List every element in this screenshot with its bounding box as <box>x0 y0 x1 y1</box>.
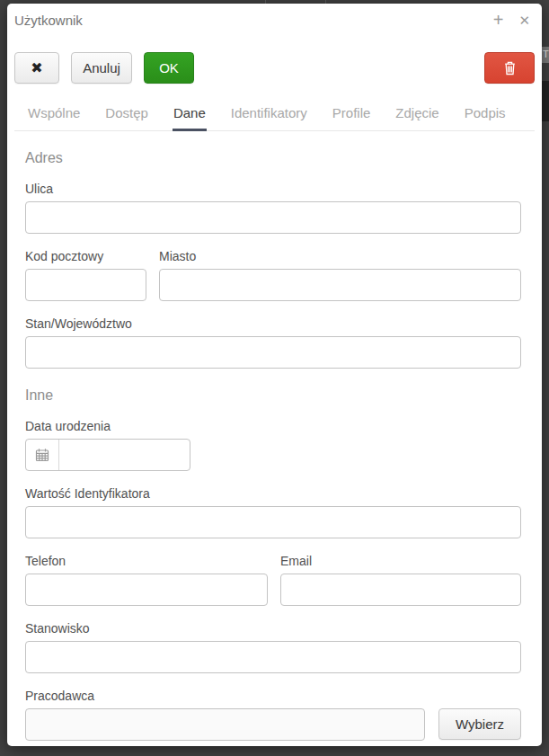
tab-podpis[interactable]: Podpis <box>464 101 507 131</box>
tab-profile[interactable]: Profile <box>332 101 372 131</box>
pracodawca-field: Wybierz <box>25 708 521 741</box>
trash-icon <box>503 60 517 76</box>
miasto-label: Miasto <box>159 249 521 263</box>
close-button[interactable]: ✖ <box>14 52 59 84</box>
user-dialog: Użytkownik + ✕ ✖ Anuluj OK Wspólne Dostę… <box>7 4 542 746</box>
window-controls: + ✕ <box>493 11 530 29</box>
pracodawca-label: Pracodawca <box>25 689 521 703</box>
window-maximize-icon[interactable]: + <box>493 11 504 29</box>
tab-zdjecie[interactable]: Zdjęcie <box>394 101 439 131</box>
backdrop-dark-block <box>542 81 549 121</box>
wartosc-identyfikatora-label: Wartość Identyfikatora <box>25 486 521 501</box>
calendar-icon[interactable] <box>26 440 59 470</box>
delete-button[interactable] <box>484 52 535 84</box>
kod-pocztowy-input[interactable] <box>25 269 146 301</box>
section-heading-adres: Adres <box>25 150 521 166</box>
ulica-input[interactable] <box>25 201 521 234</box>
dialog-header: Użytkownik + ✕ <box>7 4 542 40</box>
kod-pocztowy-label: Kod pocztowy <box>25 249 146 263</box>
data-urodzenia-input[interactable] <box>59 440 190 470</box>
dialog-title: Użytkownik <box>14 13 83 28</box>
tab-identifikatory[interactable]: Identifikatory <box>230 101 308 131</box>
miasto-input[interactable] <box>159 269 521 301</box>
wybierz-button[interactable]: Wybierz <box>438 708 521 740</box>
data-urodzenia-field <box>25 439 190 471</box>
stan-label: Stan/Województwo <box>25 316 521 331</box>
tab-wspolne[interactable]: Wspólne <box>27 101 81 131</box>
stan-input[interactable] <box>25 336 521 369</box>
tab-bar: Wspólne Dostęp Dane Identifikatory Profi… <box>14 101 535 131</box>
section-heading-inne: Inne <box>25 387 521 404</box>
ok-button[interactable]: OK <box>144 52 194 84</box>
stanowisko-label: Stanowisko <box>25 621 521 636</box>
tab-dane[interactable]: Dane <box>173 101 207 131</box>
ulica-label: Ulica <box>25 182 521 196</box>
telefon-input[interactable] <box>25 574 268 606</box>
email-input[interactable] <box>280 574 521 606</box>
dialog-toolbar: ✖ Anuluj OK <box>14 52 535 84</box>
email-label: Email <box>280 554 521 568</box>
stanowisko-input[interactable] <box>25 641 521 673</box>
wartosc-identyfikatora-input[interactable] <box>25 506 521 538</box>
cancel-button[interactable]: Anuluj <box>71 52 132 84</box>
backdrop-fragment-text: T <box>542 47 549 63</box>
telefon-label: Telefon <box>25 554 268 568</box>
window-close-icon[interactable]: ✕ <box>518 13 530 27</box>
form-content: Adres Ulica Kod pocztowy Miasto Stan/Woj… <box>7 150 542 741</box>
close-x-icon: ✖ <box>31 59 42 76</box>
tab-dostep[interactable]: Dostęp <box>104 101 149 131</box>
pracodawca-input[interactable] <box>25 708 425 741</box>
data-urodzenia-label: Data urodzenia <box>25 419 521 433</box>
